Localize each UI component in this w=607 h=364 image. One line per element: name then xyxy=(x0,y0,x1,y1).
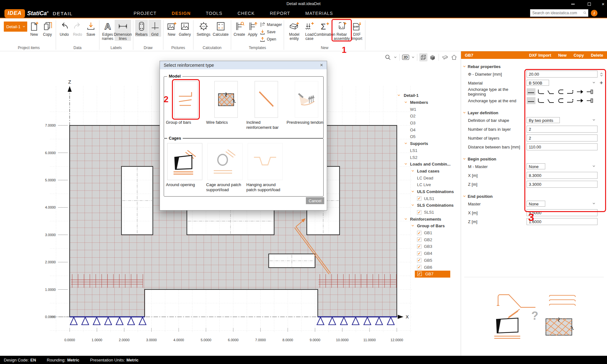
checkbox[interactable]: ✓ xyxy=(417,196,421,201)
anchor-head-button[interactable] xyxy=(585,88,594,95)
tree-item-o3[interactable]: O3 xyxy=(397,120,461,127)
anchor-head-button[interactable] xyxy=(585,97,594,104)
rebar-assembly-button[interactable]: Rebar assembly 1 xyxy=(333,20,350,41)
chevron-down-icon[interactable] xyxy=(405,162,407,165)
tile-cage-around-patch[interactable]: Cage around patch support/load xyxy=(206,143,246,192)
spinner[interactable] xyxy=(598,72,605,76)
new-project-item-button[interactable]: New xyxy=(28,20,41,37)
selected-item-highlight[interactable]: ✓ GB7 xyxy=(415,271,450,278)
load-case-button[interactable]: Load case xyxy=(303,20,316,41)
checkbox[interactable]: ✓ xyxy=(417,272,422,276)
end-z-input[interactable] xyxy=(527,218,598,225)
anchor-hook90-button[interactable] xyxy=(536,88,545,95)
anchor-hook180-button[interactable] xyxy=(556,97,565,104)
material-select[interactable]: B 500B xyxy=(527,80,549,86)
tree-item-reinforcements[interactable]: Reinforcements xyxy=(397,216,461,223)
view-2d-button[interactable]: 2D xyxy=(402,53,410,61)
chevron-down-icon[interactable] xyxy=(398,94,400,96)
tree-item-gb3[interactable]: ✓GB3 xyxy=(397,243,461,250)
template-save-button[interactable]: Save xyxy=(260,28,282,35)
create-template-button[interactable]: Create xyxy=(233,20,246,37)
tree-item-lc-live[interactable]: LC Live xyxy=(397,181,461,188)
tree-item-uls-combinations[interactable]: ULS Combinations xyxy=(397,188,461,195)
clipping-plane-button[interactable] xyxy=(441,53,449,61)
chevron-down-icon[interactable] xyxy=(412,190,414,192)
search-input[interactable] xyxy=(530,11,583,15)
tab-check[interactable]: CHECK xyxy=(237,9,255,18)
copy-project-item-button[interactable]: Copy xyxy=(41,20,54,37)
template-open-button[interactable]: Open xyxy=(260,36,282,42)
dialog-titlebar[interactable]: Select reinforcement type × xyxy=(160,61,327,69)
section-header[interactable]: Layer definition xyxy=(461,110,607,116)
tree-item-gb4[interactable]: ✓GB4 xyxy=(397,250,461,257)
edges-names-toggle[interactable]: A Edges names xyxy=(101,20,114,41)
chevron-down-icon[interactable] xyxy=(412,204,414,206)
maximize-button[interactable] xyxy=(585,0,593,8)
tree-item-uls1[interactable]: ✓ULS1 xyxy=(397,195,461,202)
cancel-button[interactable]: Cancel xyxy=(306,197,324,204)
dxf-import-button[interactable]: DXF DXF Import xyxy=(351,20,363,41)
close-button[interactable]: × xyxy=(602,2,604,6)
calculate-button[interactable]: +−×÷ Calculate xyxy=(212,20,229,37)
search-icon[interactable] xyxy=(583,10,587,16)
tile-wire-fabrics[interactable]: Wire fabrics xyxy=(206,81,246,130)
delete-action[interactable]: Delete xyxy=(591,53,603,58)
section-header[interactable]: Begin position xyxy=(461,156,607,162)
checkbox[interactable]: ✓ xyxy=(417,231,421,235)
tree-item-gb6[interactable]: ✓GB6 xyxy=(397,264,461,271)
checkbox[interactable]: ✓ xyxy=(417,251,421,256)
zoom-tool-button[interactable] xyxy=(384,53,392,61)
tree-item-lc-dead[interactable]: LC Dead xyxy=(397,174,461,181)
dimension-lines-toggle[interactable]: Dimension lines xyxy=(115,20,131,41)
rebars-toggle[interactable]: Rebars xyxy=(135,20,148,37)
end-x-input[interactable] xyxy=(527,209,598,216)
tree-item-gb5[interactable]: ✓GB5 xyxy=(397,257,461,264)
chevron-down-icon[interactable] xyxy=(405,142,407,144)
save-button[interactable]: Save xyxy=(85,20,97,37)
anchor-straight-button[interactable] xyxy=(527,97,535,104)
checkbox[interactable]: ✓ xyxy=(417,210,421,215)
tile-group-of-bars[interactable]: 2 Group of bars xyxy=(166,81,206,130)
new-action[interactable]: New xyxy=(558,53,567,58)
template-manager-button[interactable]: Manager xyxy=(260,21,282,28)
wireframe-view-button[interactable] xyxy=(419,53,427,61)
anchor-hook-dot-button[interactable] xyxy=(566,88,575,95)
dialog-close-button[interactable]: × xyxy=(320,62,323,68)
info-button[interactable]: i xyxy=(591,10,598,16)
layers-count-input[interactable] xyxy=(527,135,598,141)
tree-item-supports[interactable]: Supports xyxy=(397,140,461,147)
tree-item-ls2[interactable]: LS2 xyxy=(397,154,461,161)
tree-item-o5[interactable]: O5 xyxy=(397,133,461,140)
section-header[interactable]: End position xyxy=(461,193,607,199)
chevron-down-icon[interactable] xyxy=(412,224,414,226)
line-supports[interactable] xyxy=(70,317,394,325)
checkbox[interactable]: ✓ xyxy=(417,265,421,269)
home-view-button[interactable] xyxy=(450,53,458,61)
tree-item-gb1[interactable]: ✓GB1 xyxy=(397,229,461,236)
tree-item-loads[interactable]: Loads and Combin... xyxy=(397,161,461,168)
bars-in-layer-input[interactable] xyxy=(527,126,598,133)
tab-report[interactable]: REPORT xyxy=(269,9,291,18)
view-mode-dropdown[interactable] xyxy=(411,53,415,61)
zoom-dropdown[interactable] xyxy=(393,53,397,61)
anchor-plate-button[interactable] xyxy=(576,88,585,95)
tree-item-sls1[interactable]: ✓SLS1 xyxy=(397,209,461,216)
grid-toggle[interactable]: Grid xyxy=(149,20,161,37)
anchor-straight-button[interactable] xyxy=(527,88,535,95)
detail-selector[interactable]: Detail-1 xyxy=(4,22,27,32)
model-entity-button[interactable]: Model entity xyxy=(286,20,302,41)
anchor-hook-dot-button[interactable] xyxy=(566,97,575,104)
tree-item-gb7-selected[interactable]: ✓ GB7 xyxy=(397,271,461,278)
tab-tools[interactable]: TOOLS xyxy=(205,9,223,18)
redo-button[interactable]: Redo xyxy=(71,20,84,37)
checkbox[interactable]: ✓ xyxy=(417,237,421,242)
dxf-import-action[interactable]: DXF Import xyxy=(529,53,551,58)
gallery-button[interactable]: Gallery xyxy=(179,20,191,37)
tree-item-gb2[interactable]: ✓GB2 xyxy=(397,236,461,243)
begin-x-input[interactable] xyxy=(527,172,598,179)
undo-button[interactable]: Undo xyxy=(58,20,71,37)
tree-item-group-of-bars[interactable]: Group of Bars xyxy=(397,223,461,229)
tile-prestressing-tendon[interactable]: Prestressing tendon xyxy=(287,81,327,130)
anchor-plate-button[interactable] xyxy=(576,97,585,104)
chevron-down-icon[interactable] xyxy=(405,101,407,103)
